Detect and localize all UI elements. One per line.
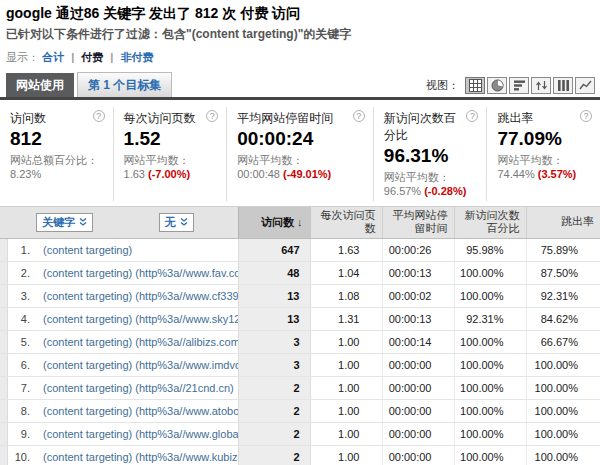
tab-goal-set-1[interactable]: 第 1 个目标集: [77, 72, 172, 97]
show-paid-selected[interactable]: 付费: [81, 51, 103, 63]
row-gutter: [0, 354, 7, 377]
keyword-link[interactable]: (content targeting) (http%3a//www.imdvd.…: [35, 354, 238, 377]
keyword-link[interactable]: (content targeting) (http%3a//alibizs.co…: [35, 331, 238, 354]
keyword-link[interactable]: (content targeting) (http%3a//www.atobo.…: [35, 400, 238, 423]
table-row: 1. (content targeting) 647 1.63 00:00:26…: [0, 239, 600, 262]
help-icon[interactable]: ?: [580, 110, 592, 122]
trend-view-icon[interactable]: [575, 77, 595, 94]
cell-avg-time: 00:00:00: [382, 377, 454, 400]
metric-head: 平均网站停留时间 ?: [237, 110, 365, 127]
row-gutter: [0, 262, 7, 285]
cell-bounce-rate: 84.62%: [526, 308, 600, 331]
cell-avg-time: 00:00:00: [382, 354, 454, 377]
metric-value: 00:00:24: [237, 128, 365, 150]
help-icon[interactable]: ?: [206, 110, 218, 122]
help-icon[interactable]: ?: [353, 110, 365, 122]
cell-bounce-rate: 66.67%: [526, 331, 600, 354]
metric-sub-value: 00:00:48: [237, 168, 280, 180]
table-row: 2. (content targeting) (http%3a//www.fav…: [0, 262, 600, 285]
bar-view-icon[interactable]: [509, 77, 529, 94]
cell-avg-time: 00:00:26: [382, 239, 454, 262]
cell-pages-per-visit: 1.00: [310, 446, 382, 465]
cell-new-visits: 100.00%: [454, 423, 526, 446]
keyword-link[interactable]: (content targeting) (http%3a//www.cf339.…: [35, 285, 238, 308]
cell-new-visits: 100.00%: [454, 285, 526, 308]
metric-box: 每次访问页数 ? 1.52 网站平均数： 1.63(-7.00%): [114, 107, 228, 201]
keyword-link[interactable]: (content targeting) (http%3a//www.fav.co…: [35, 262, 238, 285]
cell-bounce-rate: 92.31%: [526, 285, 600, 308]
trend-view-glyph: [579, 79, 592, 92]
metric-delta: (-0.28%): [424, 185, 466, 197]
view-switcher: 视图：: [426, 77, 600, 97]
cell-pages-per-visit: 1.63: [310, 239, 382, 262]
dimension-dropdown[interactable]: 关键字: [36, 213, 93, 232]
row-gutter: [0, 446, 7, 465]
pie-view-icon[interactable]: [487, 77, 507, 94]
metric-box: 平均网站停留时间 ? 00:00:24 网站平均数： 00:00:48(-49.…: [227, 107, 374, 201]
row-gutter: [0, 331, 7, 354]
view-label: 视图：: [426, 78, 459, 93]
help-icon[interactable]: ?: [466, 110, 478, 122]
metric-head: 新访问次数百分比 ?: [384, 110, 479, 144]
cell-bounce-rate: 100.00%: [526, 400, 600, 423]
cell-visits: 3: [238, 331, 310, 354]
keyword-link[interactable]: (content targeting) (http%3a//www.kubizs…: [35, 446, 238, 465]
show-total-link[interactable]: 合计: [42, 51, 64, 63]
cell-visits: 2: [238, 446, 310, 465]
comparison-view-glyph: [535, 79, 548, 92]
tab-site-usage[interactable]: 网站使用: [6, 73, 74, 97]
cell-new-visits: 100.00%: [454, 377, 526, 400]
column-header-bounce-rate[interactable]: 跳出率: [526, 206, 600, 239]
metric-head: 跳出率 ?: [497, 110, 592, 127]
keyword-link[interactable]: (content targeting) (http%3a//www.sky123…: [35, 308, 238, 331]
cell-avg-time: 00:00:13: [382, 308, 454, 331]
metric-value: 96.31%: [384, 145, 479, 167]
keyword-link[interactable]: (content targeting): [35, 239, 238, 262]
column-header-visits[interactable]: 访问数 ↓: [238, 206, 310, 239]
table-header: 关键字 无 访问数 ↓ 每次访问页数 平均网站停留时间 新访问次数百分比 跳出率: [0, 206, 600, 239]
table-row: 9. (content targeting) (http%3a//www.glo…: [0, 423, 600, 446]
report-header: google 通过86 关键字 发出了 812 次 付费 访问 已针对以下条件进…: [0, 0, 600, 65]
metric-delta: (-49.01%): [283, 168, 331, 180]
cell-pages-per-visit: 1.00: [310, 400, 382, 423]
analytics-report-page: google 通过86 关键字 发出了 812 次 付费 访问 已针对以下条件进…: [0, 0, 600, 465]
cell-visits: 13: [238, 285, 310, 308]
row-gutter: [0, 400, 7, 423]
cell-bounce-rate: 87.50%: [526, 262, 600, 285]
row-index: 4.: [7, 308, 35, 331]
keywords-table: 关键字 无 访问数 ↓ 每次访问页数 平均网站停留时间 新访问次数百分比 跳出率: [0, 206, 600, 465]
table-row: 10. (content targeting) (http%3a//www.ku…: [0, 446, 600, 465]
column-header-avg-time[interactable]: 平均网站停留时间: [382, 206, 454, 239]
cell-avg-time: 00:00:00: [382, 446, 454, 465]
metric-sub-line: 00:00:48(-49.01%): [237, 167, 365, 181]
help-icon[interactable]: ?: [93, 110, 105, 122]
metric-label: 跳出率: [497, 110, 533, 127]
secondary-dimension-dropdown[interactable]: 无: [159, 213, 194, 232]
cell-new-visits: 100.00%: [454, 354, 526, 377]
cell-bounce-rate: 100.00%: [526, 423, 600, 446]
column-header-pages-per-visit[interactable]: 每次访问页数: [310, 206, 382, 239]
metric-value: 1.52: [124, 128, 219, 150]
metric-sub-value: 96.57%: [384, 185, 421, 197]
visits-header-label: 访问数: [261, 216, 294, 228]
row-index: 2.: [7, 262, 35, 285]
pivot-view-icon[interactable]: [553, 77, 573, 94]
table-view-icon[interactable]: [465, 77, 485, 94]
column-header-new-visits[interactable]: 新访问次数百分比: [454, 206, 526, 239]
cell-pages-per-visit: 1.00: [310, 354, 382, 377]
metric-sub-value: 8.23%: [10, 168, 41, 180]
metric-delta: (-7.00%): [148, 168, 190, 180]
cell-new-visits: 100.00%: [454, 331, 526, 354]
metric-sub-value: 74.44%: [497, 168, 534, 180]
cell-pages-per-visit: 1.08: [310, 285, 382, 308]
comparison-view-icon[interactable]: [531, 77, 551, 94]
metric-sub-line: 74.44%(3.57%): [497, 167, 592, 181]
metric-sub-label: 网站平均数：: [124, 153, 219, 167]
keyword-link[interactable]: (content targeting) (http%3a//www.global…: [35, 423, 238, 446]
cell-visits: 2: [238, 400, 310, 423]
show-unpaid-link[interactable]: 非付费: [120, 51, 153, 63]
cell-visits: 3: [238, 354, 310, 377]
keyword-link[interactable]: (content targeting) (http%3a//21cnd.cn): [35, 377, 238, 400]
metric-head: 每次访问页数 ?: [124, 110, 219, 127]
table-body: 1. (content targeting) 647 1.63 00:00:26…: [0, 239, 600, 465]
